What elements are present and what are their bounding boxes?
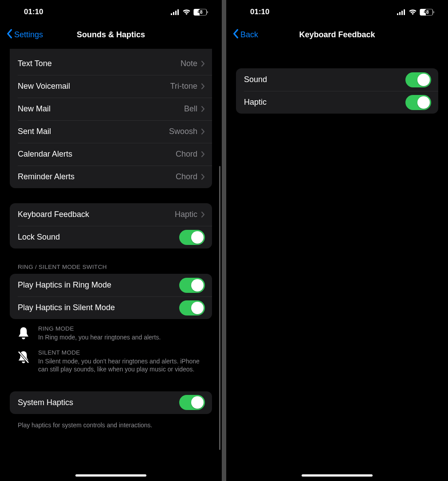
row-sound: Sound — [236, 68, 438, 91]
row-lock-sound: Lock Sound — [10, 226, 212, 248]
system-haptics-group: System Haptics — [10, 391, 212, 414]
row-value: Bell — [184, 104, 197, 114]
row-value: Note — [181, 59, 197, 68]
chevron-right-icon — [201, 83, 205, 90]
system-haptics-toggle[interactable] — [179, 395, 205, 410]
status-bar: 01:10 48 48 — [226, 0, 448, 24]
nav-bar: Back Keyboard Feedback — [226, 24, 448, 45]
status-time: 01:10 — [250, 8, 269, 16]
row-label: Reminder Alerts — [18, 172, 176, 181]
row-haptics-ring-mode: Play Haptics in Ring Mode — [10, 274, 212, 296]
svg-rect-6 — [397, 13, 398, 15]
sound-toggle[interactable] — [405, 72, 431, 87]
row-label: Sound — [244, 75, 405, 84]
row-new-voicemail[interactable]: New Voicemail Tri-tone — [10, 75, 212, 98]
row-haptic: Haptic — [236, 91, 438, 114]
chevron-right-icon — [201, 128, 205, 135]
row-value: Chord — [176, 150, 197, 159]
ring-mode-info: RING MODE In Ring mode, you hear rington… — [0, 323, 222, 347]
row-keyboard-feedback[interactable]: Keyboard Feedback Haptic — [10, 203, 212, 226]
row-label: Play Haptics in Silent Mode — [18, 303, 179, 312]
info-title: RING MODE — [38, 325, 204, 332]
lock-sound-toggle[interactable] — [179, 230, 205, 245]
svg-rect-3 — [177, 9, 179, 15]
row-new-mail[interactable]: New Mail Bell — [10, 98, 212, 120]
row-sent-mail[interactable]: Sent Mail Swoosh — [10, 120, 212, 143]
row-label: Calendar Alerts — [18, 150, 176, 159]
scroll-indicator[interactable] — [219, 166, 220, 450]
row-label: Play Haptics in Ring Mode — [18, 280, 179, 290]
info-desc: In Silent mode, you don't hear ringtones… — [38, 357, 204, 373]
chevron-right-icon — [201, 106, 205, 112]
scroll-area[interactable]: Sound Haptic — [226, 45, 448, 481]
status-bar: 01:10 48 48 — [0, 0, 222, 24]
keyboard-feedback-group: Sound Haptic — [236, 68, 438, 114]
svg-rect-8 — [401, 11, 403, 15]
haptic-toggle[interactable] — [405, 95, 431, 110]
ring-silent-header: RING / SILENT MODE SWITCH — [0, 264, 222, 274]
svg-rect-9 — [404, 9, 405, 15]
system-haptics-footer: Play haptics for system controls and int… — [0, 418, 222, 430]
battery-icon: 48 48 — [193, 9, 207, 16]
row-haptics-silent-mode: Play Haptics in Silent Mode — [10, 296, 212, 319]
status-right: 48 48 — [171, 9, 207, 16]
row-label: Lock Sound — [18, 233, 179, 242]
row-value: Haptic — [175, 210, 197, 219]
battery-icon: 48 48 — [420, 9, 433, 16]
svg-rect-1 — [173, 12, 174, 15]
bell-slash-icon — [16, 349, 31, 364]
svg-rect-2 — [175, 11, 177, 15]
chevron-right-icon — [201, 211, 205, 218]
row-value: Chord — [176, 172, 197, 181]
scroll-area[interactable]: Text Tone Note New Voicemail Tri-tone Ne… — [0, 45, 222, 481]
cellular-icon — [397, 9, 406, 15]
ring-mode-toggle[interactable] — [179, 278, 205, 293]
svg-rect-0 — [171, 13, 172, 15]
info-desc: In Ring mode, you hear ringtones and ale… — [38, 333, 204, 341]
tones-group: Text Tone Note New Voicemail Tri-tone Ne… — [10, 49, 212, 188]
back-label: Settings — [14, 30, 43, 39]
svg-rect-7 — [399, 12, 401, 15]
chevron-left-icon — [232, 29, 240, 41]
row-label: System Haptics — [18, 398, 179, 407]
chevron-right-icon — [201, 173, 205, 180]
row-label: Keyboard Feedback — [18, 210, 175, 219]
chevron-right-icon — [201, 151, 205, 158]
row-label: Text Tone — [18, 59, 181, 68]
nav-bar: Settings Sounds & Haptics — [0, 24, 222, 45]
info-title: SILENT MODE — [38, 349, 204, 356]
home-indicator[interactable] — [75, 474, 146, 477]
row-value: Swoosh — [169, 127, 197, 136]
silent-mode-info: SILENT MODE In Silent mode, you don't he… — [0, 347, 222, 379]
row-label: Sent Mail — [18, 127, 169, 136]
wifi-icon — [182, 9, 191, 15]
row-text-tone[interactable]: Text Tone Note — [10, 52, 212, 75]
keyboard-lock-group: Keyboard Feedback Haptic Lock Sound — [10, 203, 212, 248]
wifi-icon — [409, 9, 417, 15]
chevron-left-icon — [6, 29, 13, 41]
back-button[interactable]: Back — [230, 27, 261, 43]
row-calendar-alerts[interactable]: Calendar Alerts Chord — [10, 143, 212, 166]
row-label: Haptic — [244, 98, 405, 107]
row-label: New Voicemail — [18, 82, 170, 91]
row-label: New Mail — [18, 104, 184, 114]
home-indicator[interactable] — [302, 474, 373, 477]
back-button[interactable]: Settings — [4, 27, 46, 43]
silent-mode-toggle[interactable] — [179, 300, 205, 315]
cellular-icon — [171, 9, 180, 15]
phone-sounds-haptics: 01:10 48 48 Settings Sounds & Haptics — [0, 0, 222, 481]
phone-keyboard-feedback: 01:10 48 48 Back Keyboard Feedback So — [226, 0, 448, 481]
bell-icon — [16, 325, 31, 340]
row-value: Tri-tone — [170, 82, 197, 91]
status-time: 01:10 — [24, 8, 43, 16]
status-right: 48 48 — [397, 9, 433, 16]
ring-silent-group: Play Haptics in Ring Mode Play Haptics i… — [10, 274, 212, 319]
row-reminder-alerts[interactable]: Reminder Alerts Chord — [10, 166, 212, 188]
row-system-haptics: System Haptics — [10, 391, 212, 414]
back-label: Back — [240, 30, 258, 39]
chevron-right-icon — [201, 60, 205, 67]
